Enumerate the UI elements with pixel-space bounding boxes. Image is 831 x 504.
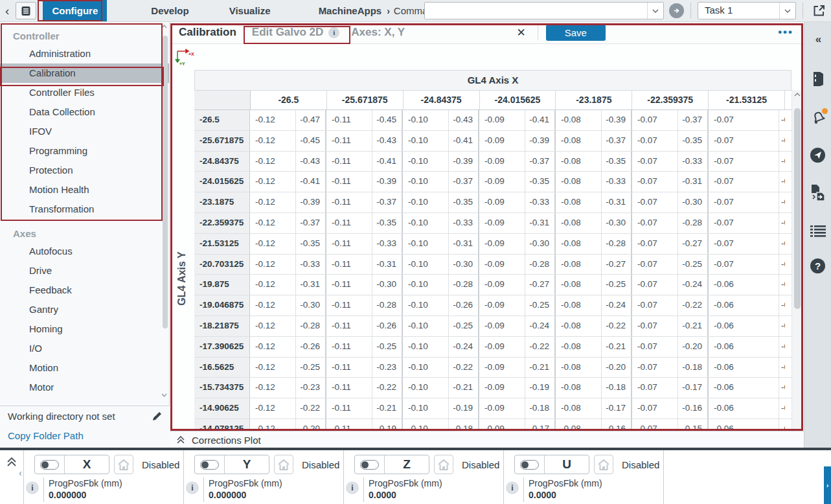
- sidebar-scroll-up-icon[interactable]: [161, 25, 167, 29]
- correction-cell[interactable]: -0.21: [525, 358, 554, 378]
- correction-cell[interactable]: -0.33: [525, 192, 554, 212]
- correction-cell[interactable]: -0.10: [403, 378, 448, 398]
- correction-cell[interactable]: -0: [779, 255, 785, 275]
- correction-cell[interactable]: -0.20: [677, 337, 707, 357]
- correction-cell[interactable]: -0.37: [601, 131, 631, 151]
- correction-cell[interactable]: -0.12: [250, 337, 295, 357]
- correction-cell[interactable]: -0.11: [326, 110, 372, 130]
- correction-cell[interactable]: -0.07: [709, 110, 779, 130]
- close-icon[interactable]: ✕: [513, 26, 530, 40]
- command-dropdown-chevron-icon[interactable]: [647, 3, 663, 19]
- correction-cell[interactable]: -0.07: [709, 255, 779, 275]
- expand-status-panel-icon[interactable]: [6, 456, 17, 468]
- correction-cell[interactable]: -0.25: [448, 316, 478, 336]
- correction-cell[interactable]: -0.08: [556, 172, 601, 192]
- correction-cell[interactable]: -0.31: [601, 192, 631, 212]
- correction-cell[interactable]: -0.30: [677, 192, 707, 212]
- correction-cell[interactable]: -0.09: [479, 152, 525, 172]
- notifications-icon[interactable]: [810, 109, 826, 126]
- correction-cell[interactable]: -0.25: [601, 275, 631, 295]
- correction-cell[interactable]: -0.27: [525, 275, 554, 295]
- correction-cell[interactable]: -0.12: [250, 316, 295, 336]
- correction-cell[interactable]: -0.24: [525, 316, 554, 336]
- sidebar-item-administration[interactable]: Administration: [0, 44, 169, 63]
- correction-cell[interactable]: -0.25: [677, 255, 707, 275]
- correction-cell[interactable]: -0.08: [556, 192, 601, 212]
- correction-cell[interactable]: -0.26: [372, 316, 402, 336]
- correction-cell[interactable]: -0.07: [632, 275, 677, 295]
- correction-cell[interactable]: -0: [779, 337, 785, 357]
- sidebar-item-motor[interactable]: Motor: [0, 378, 169, 397]
- correction-cell[interactable]: -0.12: [250, 172, 295, 192]
- correction-cell[interactable]: -0.31: [295, 275, 325, 295]
- axis-enable-toggle[interactable]: [200, 460, 219, 470]
- collapse-panel-icon[interactable]: «: [815, 33, 820, 46]
- correction-cell[interactable]: -0: [779, 172, 785, 192]
- correction-cell[interactable]: -0.19: [448, 398, 478, 418]
- correction-cell[interactable]: -0.24: [601, 295, 631, 315]
- correction-cell[interactable]: -0.10: [403, 255, 448, 275]
- correction-cell[interactable]: -0.21: [601, 337, 631, 357]
- correction-cell[interactable]: -0.07: [632, 337, 677, 357]
- correction-cell[interactable]: -0.07: [632, 255, 677, 275]
- correction-cell[interactable]: -0.07: [709, 152, 779, 172]
- correction-cell[interactable]: -0.09: [479, 378, 525, 398]
- sidebar-item-i-o[interactable]: I/O: [0, 339, 169, 358]
- correction-cell[interactable]: -0.08: [556, 275, 601, 295]
- copy-folder-path-link[interactable]: Copy Folder Path: [0, 426, 170, 448]
- correction-cell[interactable]: -0.16: [677, 398, 707, 418]
- correction-cell[interactable]: -0.27: [601, 255, 631, 275]
- correction-cell[interactable]: -0.11: [326, 295, 372, 315]
- correction-cell[interactable]: -0.21: [677, 316, 707, 336]
- correction-cell[interactable]: -0.30: [295, 295, 325, 315]
- correction-cell[interactable]: -0.07: [632, 192, 677, 212]
- correction-cell[interactable]: -0.06: [709, 295, 779, 315]
- correction-cell[interactable]: -0.37: [677, 110, 707, 130]
- correction-cell[interactable]: -0.10: [403, 234, 448, 254]
- correction-cell[interactable]: -0.10: [403, 316, 448, 336]
- correction-cell[interactable]: -0.11: [326, 255, 372, 275]
- correction-cell[interactable]: -0.08: [556, 110, 601, 130]
- correction-cell[interactable]: -0.09: [479, 358, 525, 378]
- correction-cell[interactable]: -0.28: [601, 234, 631, 254]
- correction-cell[interactable]: -0.37: [525, 152, 554, 172]
- correction-cell[interactable]: -0: [779, 213, 785, 233]
- home-button[interactable]: [434, 455, 453, 474]
- vertical-scrollbar-thumb[interactable]: [794, 108, 801, 309]
- correction-cell[interactable]: -0.10: [403, 131, 448, 151]
- correction-cell[interactable]: -0.25: [295, 358, 325, 378]
- command-input[interactable]: [425, 3, 647, 19]
- correction-cell[interactable]: -0.47: [295, 110, 325, 130]
- correction-cell[interactable]: -0.07: [632, 358, 677, 378]
- correction-cell[interactable]: -0.33: [372, 234, 402, 254]
- correction-cell[interactable]: -0.08: [556, 234, 601, 254]
- corrections-plot-bar[interactable]: Corrections Plot: [170, 431, 804, 448]
- correction-cell[interactable]: -0: [779, 192, 785, 212]
- save-button[interactable]: Save: [546, 25, 606, 41]
- correction-cell[interactable]: -0.11: [326, 131, 372, 151]
- correction-cell[interactable]: -0.31: [372, 255, 402, 275]
- correction-cell[interactable]: -0.07: [709, 213, 779, 233]
- correction-cell[interactable]: -0.12: [250, 378, 295, 398]
- correction-cell[interactable]: -0.08: [556, 213, 601, 233]
- correction-cell[interactable]: -0.09: [479, 234, 525, 254]
- correction-cell[interactable]: -0.35: [601, 152, 631, 172]
- correction-cell[interactable]: -0.41: [448, 131, 478, 151]
- correction-cell[interactable]: -0.07: [632, 131, 677, 151]
- correction-cell[interactable]: -0.09: [479, 213, 525, 233]
- axis-enable-toggle[interactable]: [360, 460, 379, 470]
- correction-cell[interactable]: -0.12: [250, 255, 295, 275]
- correction-cell[interactable]: -0.41: [372, 152, 402, 172]
- correction-cell[interactable]: -0.12: [250, 192, 295, 212]
- correction-cell[interactable]: -0.11: [326, 398, 372, 418]
- correction-cell[interactable]: -0.07: [632, 398, 677, 418]
- correction-cell[interactable]: -0.07: [709, 131, 779, 151]
- correction-cell[interactable]: -0.22: [601, 316, 631, 336]
- correction-cell[interactable]: -0.39: [448, 152, 478, 172]
- correction-cell[interactable]: -0.28: [448, 275, 478, 295]
- correction-cell[interactable]: -0.09: [479, 131, 525, 151]
- correction-cell[interactable]: -0.06: [709, 337, 779, 357]
- axis-enable-toggle[interactable]: [520, 460, 539, 470]
- correction-cell[interactable]: -0.30: [448, 255, 478, 275]
- correction-cell[interactable]: -0.07: [632, 316, 677, 336]
